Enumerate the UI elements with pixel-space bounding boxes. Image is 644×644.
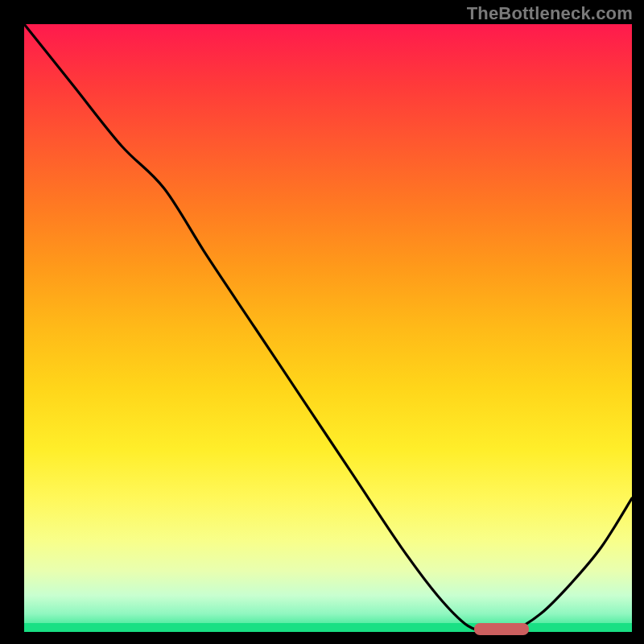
chart-frame: TheBottleneck.com	[0, 0, 644, 644]
plot-area	[24, 24, 632, 632]
plot-bottom-green-strip	[24, 623, 632, 632]
attribution-text: TheBottleneck.com	[467, 3, 633, 24]
